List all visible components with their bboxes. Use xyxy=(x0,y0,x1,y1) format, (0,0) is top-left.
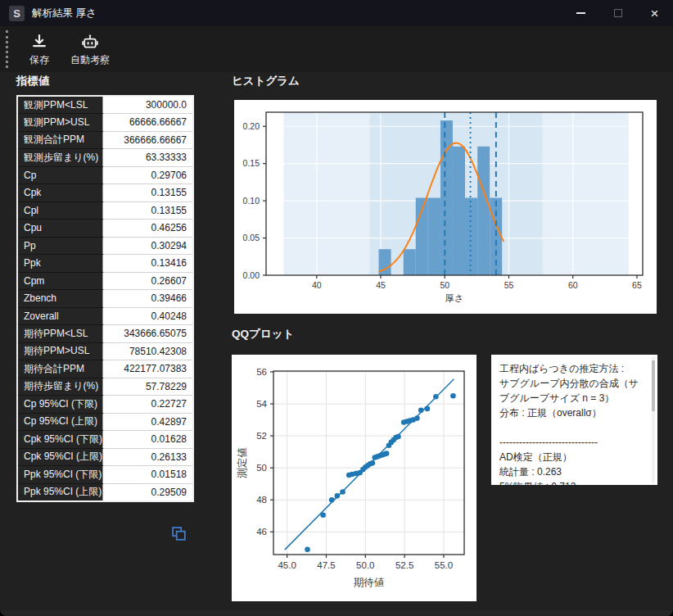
histogram-bar xyxy=(428,197,440,275)
metric-value: 422177.07383 xyxy=(102,360,193,378)
table-row: Cpl0.13155 xyxy=(17,202,193,220)
info-scrollbar-thumb[interactable] xyxy=(652,360,655,411)
metric-label: Cpk xyxy=(17,184,102,202)
metric-label: Cpm xyxy=(17,272,102,290)
metric-value: 0.29509 xyxy=(102,483,193,501)
x-tick-label: 45.0 xyxy=(278,560,296,570)
metric-value: 63.33333 xyxy=(102,149,193,167)
metric-value: 0.01518 xyxy=(102,466,193,484)
info-line: 工程内ばらつきの推定方法 : xyxy=(499,361,646,376)
metric-label: Zoverall xyxy=(17,307,102,325)
y-tick-label: 54 xyxy=(256,399,267,409)
metric-value: 300000.0 xyxy=(102,96,193,114)
close-button[interactable]: × xyxy=(636,0,673,26)
metrics-table: 観測PPM<LSL300000.0観測PPM>USL66666.66667観測合… xyxy=(16,95,194,502)
histogram-bar xyxy=(465,197,477,275)
metric-label: Ppk xyxy=(17,255,102,273)
metric-label: 観測PPM<LSL xyxy=(17,96,102,114)
qq-point xyxy=(414,415,420,421)
table-row: 観測PPM<LSL300000.0 xyxy=(17,96,193,114)
y-tick-label: 0.05 xyxy=(243,233,260,242)
x-axis-label: 期待値 xyxy=(354,577,385,588)
analysis-info-box[interactable]: 工程内ばらつきの推定方法 : サブグループ内分散の合成（サブグループサイズ n … xyxy=(491,355,657,485)
y-tick-label: 0.10 xyxy=(243,196,260,206)
metric-label: Cpk 95%CI (下限) xyxy=(17,431,102,449)
qq-point xyxy=(305,546,310,552)
save-button[interactable]: 保存 xyxy=(21,29,57,70)
table-row: Ppk 95%CI (下限)0.01518 xyxy=(17,466,193,484)
y-tick-label: 0.00 xyxy=(243,270,260,280)
metric-value: 0.29706 xyxy=(102,166,193,184)
metric-value: 0.01628 xyxy=(102,431,193,449)
metric-value: 57.78229 xyxy=(102,378,193,396)
info-line xyxy=(499,420,646,435)
metric-value: 78510.42308 xyxy=(102,342,193,360)
qq-point xyxy=(370,460,376,466)
metric-label: Cp xyxy=(17,166,102,184)
metric-label: Zbench xyxy=(17,290,102,308)
toolbar: 保存 自動考察 xyxy=(0,26,673,72)
maximize-button[interactable] xyxy=(599,0,636,26)
metric-value: 0.39466 xyxy=(102,290,193,308)
qq-point xyxy=(425,406,431,412)
metrics-panel-title: 指標値 xyxy=(16,74,50,88)
table-row: Ppk 95%CI (上限)0.29509 xyxy=(17,483,193,501)
info-line: サブグループ内分散の合成（サブグループサイズ n = 3） xyxy=(499,376,646,405)
table-row: Cp 95%CI (上限)0.42897 xyxy=(17,413,193,431)
window-bottom-edge xyxy=(0,610,673,616)
info-line: 分布 : 正規（overallσ） xyxy=(499,405,646,420)
window-controls: × xyxy=(562,0,673,26)
y-tick-label: 46 xyxy=(256,527,267,537)
metric-value: 0.13155 xyxy=(102,184,193,202)
metrics-table-body: 観測PPM<LSL300000.0観測PPM>USL66666.66667観測合… xyxy=(17,96,193,501)
x-tick-label: 52.5 xyxy=(395,560,413,570)
x-tick-label: 40 xyxy=(312,280,322,290)
table-row: 期待歩留まり(%)57.78229 xyxy=(17,378,193,396)
app-logo: S xyxy=(9,6,25,21)
x-axis-label: 厚さ xyxy=(445,293,463,303)
qq-point xyxy=(320,512,326,518)
metric-label: Cp 95%CI (上限) xyxy=(17,413,102,431)
metric-label: 観測歩留まり(%) xyxy=(17,149,102,167)
info-line: AD検定（正規） xyxy=(499,450,646,464)
y-tick-label: 0.20 xyxy=(243,121,260,131)
metric-value: 0.30294 xyxy=(102,237,193,255)
qq-point xyxy=(384,451,390,456)
metric-label: Ppk 95%CI (下限) xyxy=(17,466,102,484)
metric-value: 0.13416 xyxy=(102,255,193,273)
maximize-icon xyxy=(614,9,622,17)
metric-label: Cp 95%CI (下限) xyxy=(17,396,102,414)
x-tick-label: 50.0 xyxy=(356,560,374,570)
qq-plot-chart: 45.047.550.052.555.0464850525456期待値測定値 xyxy=(232,355,477,601)
auto-analysis-button[interactable]: 自動考察 xyxy=(70,29,110,70)
minimize-button[interactable] xyxy=(562,0,599,26)
table-row: 観測PPM>USL66666.66667 xyxy=(17,114,193,132)
metric-label: 期待PPM>USL xyxy=(17,342,102,360)
y-tick-label: 56 xyxy=(256,367,267,377)
metric-label: Pp xyxy=(17,237,102,255)
x-tick-label: 60 xyxy=(568,280,578,290)
metric-value: 0.13155 xyxy=(102,202,193,220)
table-row: Cpk0.13155 xyxy=(17,184,193,202)
histogram-chart: 4045505560650.000.050.100.150.20厚さ xyxy=(234,100,657,314)
metric-value: 0.22727 xyxy=(102,396,193,414)
y-tick-label: 0.15 xyxy=(243,158,260,168)
drag-handle-dots[interactable] xyxy=(6,30,8,68)
qq-point xyxy=(418,408,424,414)
robot-icon xyxy=(80,32,100,52)
y-tick-label: 50 xyxy=(256,463,267,473)
copy-table-button[interactable] xyxy=(168,524,189,546)
metric-label: 観測合計PPM xyxy=(17,131,102,149)
info-scrollbar-track[interactable] xyxy=(652,356,655,483)
table-row: Cp 95%CI (下限)0.22727 xyxy=(17,396,193,414)
metric-label: 期待合計PPM xyxy=(17,360,102,378)
histogram-bar xyxy=(440,120,453,275)
table-row: 観測歩留まり(%)63.33333 xyxy=(17,149,193,167)
metric-label: Cpl xyxy=(17,202,102,220)
minimize-icon xyxy=(576,12,585,14)
auto-analysis-button-label: 自動考察 xyxy=(70,53,110,67)
analysis-info-text: 工程内ばらつきの推定方法 : サブグループ内分散の合成（サブグループサイズ n … xyxy=(499,361,646,485)
y-tick-label: 52 xyxy=(256,431,267,441)
metric-label: Ppk 95%CI (上限) xyxy=(17,483,102,501)
x-tick-label: 50 xyxy=(440,280,449,290)
